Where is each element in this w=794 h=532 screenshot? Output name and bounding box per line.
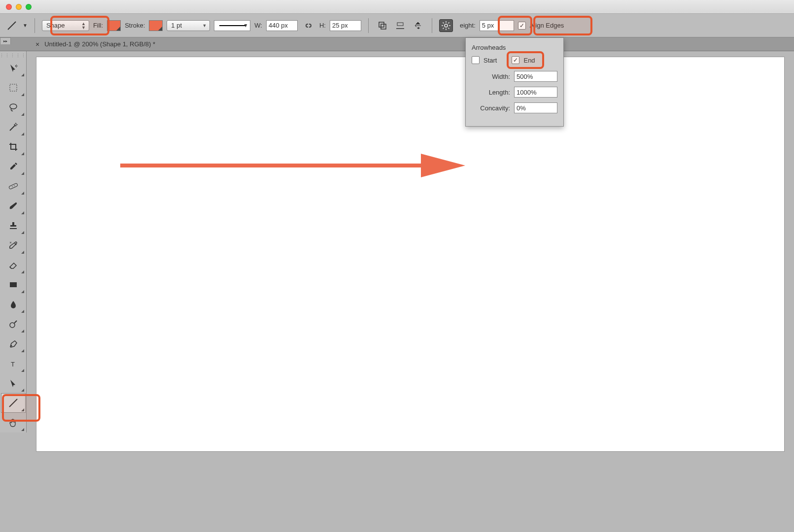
line-tool[interactable] — [1, 393, 26, 413]
height-label: H: — [319, 22, 326, 29]
dodge-tool[interactable] — [1, 314, 26, 334]
quick-select-tool[interactable] — [1, 117, 26, 137]
weight-label: eight: — [460, 22, 476, 29]
svg-rect-1 — [379, 22, 384, 27]
close-tab-button[interactable]: × — [35, 40, 39, 48]
maximize-window-button[interactable] — [26, 4, 32, 10]
move-tool[interactable] — [1, 58, 26, 78]
toolbox-grip[interactable]: ⋮⋮⋮⋮⋮ — [0, 53, 26, 58]
svg-point-25 — [11, 345, 12, 347]
svg-point-19 — [14, 185, 15, 186]
svg-rect-2 — [381, 24, 386, 29]
svg-rect-20 — [10, 228, 17, 229]
svg-point-5 — [445, 24, 448, 27]
options-bar: ▼ Shape ▲▼ Fill: Stroke: 1 pt ▼ ▼ W: H: … — [0, 14, 794, 37]
svg-line-10 — [443, 22, 444, 23]
path-alignment-icon[interactable] — [393, 19, 407, 32]
hand-tool[interactable] — [1, 413, 26, 432]
fill-label: Fill: — [93, 22, 103, 29]
path-operations-icon[interactable] — [376, 19, 389, 32]
eyedropper-tool[interactable] — [1, 157, 26, 176]
arrowhead-width-input[interactable] — [514, 71, 557, 82]
arrowhead-width-label: Width: — [492, 73, 510, 80]
link-dimensions-icon[interactable] — [302, 19, 315, 32]
geometry-options-gear-icon[interactable] — [439, 19, 453, 32]
arrowhead-concavity-label: Concavity: — [480, 104, 510, 112]
width-input[interactable] — [266, 20, 298, 31]
eraser-tool[interactable] — [1, 255, 26, 275]
svg-line-0 — [8, 22, 16, 30]
separator — [368, 18, 369, 33]
current-tool-icon — [5, 19, 19, 32]
arrowhead-start-checkbox[interactable] — [472, 56, 480, 64]
width-label: W: — [254, 22, 262, 29]
toolbox: ⋮⋮⋮⋮⋮ T — [0, 51, 27, 432]
svg-rect-3 — [397, 23, 403, 26]
svg-line-12 — [443, 28, 444, 29]
close-window-button[interactable] — [6, 4, 12, 10]
arrowhead-end-label: End — [523, 57, 535, 64]
align-edges-label: Align Edges — [530, 22, 564, 29]
text-tool[interactable]: T — [1, 354, 26, 373]
stroke-weight-value: 1 pt — [171, 22, 182, 29]
svg-line-11 — [448, 28, 449, 29]
stroke-swatch[interactable] — [149, 20, 163, 31]
separator — [432, 18, 432, 33]
crop-tool[interactable] — [1, 137, 26, 157]
svg-point-16 — [15, 124, 17, 126]
document-canvas[interactable] — [36, 57, 784, 451]
svg-marker-29 — [421, 154, 465, 177]
align-edges-checkbox[interactable]: ✓ — [518, 22, 526, 30]
svg-point-18 — [12, 186, 13, 187]
height-input[interactable] — [330, 20, 361, 31]
window-titlebar — [0, 0, 794, 14]
lasso-tool[interactable] — [1, 98, 26, 117]
fill-swatch[interactable] — [107, 20, 121, 31]
history-brush-tool[interactable] — [1, 235, 26, 255]
panel-expand-tab[interactable]: ▸▸ — [0, 37, 11, 44]
arrowheads-popup: Arrowheads Start ✓ End Width: Length: Co… — [465, 37, 564, 127]
tool-preset-dropdown-icon[interactable]: ▼ — [23, 23, 28, 28]
svg-point-15 — [10, 104, 17, 109]
line-weight-input[interactable] — [480, 20, 514, 31]
stroke-type-dropdown[interactable]: ▼ — [214, 20, 250, 31]
arrowhead-concavity-input[interactable] — [514, 102, 557, 113]
minimize-window-button[interactable] — [16, 4, 22, 10]
arrowhead-start-label: Start — [483, 57, 497, 64]
arrowhead-length-input[interactable] — [514, 87, 557, 98]
separator — [35, 18, 35, 33]
svg-point-23 — [10, 323, 15, 328]
arrowhead-end-checkbox[interactable]: ✓ — [512, 56, 519, 64]
stroke-weight-dropdown[interactable]: 1 pt ▼ — [167, 20, 210, 31]
canvas-area: Arrowheads Start ✓ End Width: Length: Co… — [27, 51, 794, 532]
tool-mode-value: Shape — [46, 22, 65, 29]
drawn-arrow-shape[interactable] — [120, 151, 470, 180]
path-select-tool[interactable] — [1, 373, 26, 393]
marquee-tool[interactable] — [1, 78, 26, 98]
stroke-label: Stroke: — [125, 22, 145, 29]
svg-line-13 — [448, 22, 449, 23]
tool-mode-dropdown[interactable]: Shape ▲▼ — [42, 20, 89, 31]
path-arrangement-icon[interactable] — [411, 19, 425, 32]
arrowhead-length-label: Length: — [489, 89, 510, 96]
brush-tool[interactable] — [1, 196, 26, 216]
healing-tool[interactable] — [1, 176, 26, 196]
gradient-tool[interactable] — [1, 275, 26, 295]
blur-tool[interactable] — [1, 295, 26, 314]
svg-text:T: T — [11, 361, 15, 368]
stamp-tool[interactable] — [1, 216, 26, 235]
svg-rect-21 — [10, 282, 17, 287]
svg-rect-14 — [10, 84, 17, 91]
popup-title: Arrowheads — [472, 44, 557, 51]
svg-line-27 — [9, 399, 17, 407]
document-tab-title[interactable]: Untitled-1 @ 200% (Shape 1, RGB/8) * — [44, 40, 155, 48]
svg-line-24 — [14, 321, 17, 323]
svg-rect-17 — [9, 183, 18, 189]
pen-tool[interactable] — [1, 334, 26, 354]
document-tab-bar: × Untitled-1 @ 200% (Shape 1, RGB/8) * — [0, 37, 794, 51]
